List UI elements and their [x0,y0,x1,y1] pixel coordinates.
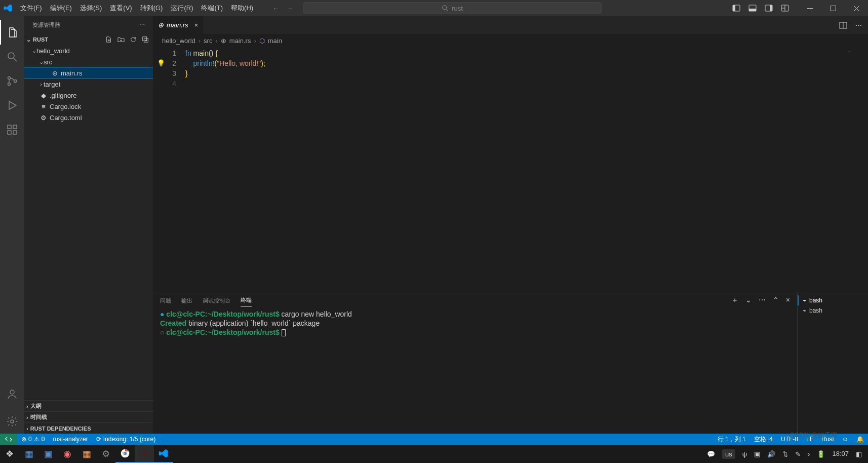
terminal-item-bash-1[interactable]: ⌁bash [798,295,863,305]
status-feedback-icon[interactable]: ☺ [838,434,852,445]
tray-network-icon[interactable]: ⇅ [782,450,788,458]
nav-forward-icon[interactable]: → [286,5,293,12]
toggle-secondary-sidebar-icon[interactable] [765,4,773,12]
code-editor[interactable]: 💡 1234 fn main() { println!("Hello, worl… [153,47,868,292]
menu-select[interactable]: 选择(S) [76,0,106,16]
menu-edit[interactable]: 编辑(E) [46,0,76,16]
terminal-item-bash-2[interactable]: ⌁bash [803,305,863,316]
taskbar-browser-icon[interactable]: ◉ [58,445,77,463]
chevron-down-icon: ⌄ [31,48,36,54]
taskbar-vscode-icon[interactable] [154,445,173,463]
file-tree: ⌄hello_world ⌄src ⊕main.rs ›target ◆.git… [24,45,153,400]
split-editor-icon[interactable] [839,21,847,29]
new-folder-icon[interactable] [117,36,125,43]
menu-help[interactable]: 帮助(H) [227,0,257,16]
editor-more-icon[interactable]: ⋯ [855,21,862,29]
minimap[interactable]: ▀▀▀ [848,47,868,292]
menu-view[interactable]: 查看(V) [106,0,136,16]
remote-indicator[interactable] [0,434,17,445]
breadcrumb-item[interactable]: main [268,37,282,45]
section-timeline[interactable]: ›时间线 [24,411,153,422]
svg-rect-20 [8,125,11,129]
editor-tab-main-rs[interactable]: ⊕ main.rs × [153,16,204,34]
status-rust-analyzer[interactable]: rust-analyzer [49,434,92,445]
close-button[interactable] [845,0,868,16]
tray-usb-icon[interactable]: ψ [742,450,747,458]
minimize-button[interactable] [798,0,821,16]
tray-edit-icon[interactable]: ✎ [795,450,801,458]
new-terminal-icon[interactable]: ＋ [731,294,738,307]
status-notifications-icon[interactable]: 🔔 [852,434,868,445]
panel-tabs: 问题 输出 调试控制台 终端 ＋ ⌄ ⋯ ⌃ × [153,292,797,308]
tray-clock[interactable]: 18:07 [832,450,849,457]
breadcrumb-item[interactable]: hello_world [162,37,195,45]
close-panel-icon[interactable]: × [786,294,790,307]
terminal-output[interactable]: ● clc@clc-PC:~/Desktop/work/rust$ cargo … [153,308,797,434]
command-center[interactable]: rust [303,2,602,14]
tray-display-icon[interactable]: ▣ [754,450,760,458]
nav-back-icon[interactable]: ← [272,5,279,12]
menu-go[interactable]: 转到(G) [136,0,167,16]
tray-chat-icon[interactable]: 💬 [707,450,715,458]
status-bar: ⊗0⚠0 rust-analyzer ⟳Indexing: 1/5 (core)… [0,434,868,445]
panel-tab-output[interactable]: 输出 [181,295,192,306]
status-errors[interactable]: ⊗0⚠0 [17,434,49,445]
activity-settings-icon[interactable] [0,409,24,434]
toggle-panel-icon[interactable] [748,4,757,12]
menu-run[interactable]: 运行(R) [167,0,197,16]
tree-label: main.rs [61,69,83,77]
status-indent[interactable]: 空格: 4 [750,434,777,445]
new-file-icon[interactable] [105,36,112,43]
menu-terminal[interactable]: 终端(T) [197,0,227,16]
activity-explorer-icon[interactable] [0,20,24,45]
sidebar-more-icon[interactable]: ⋯ [139,22,145,28]
tree-file-cargo-lock[interactable]: ≡Cargo.lock [24,101,153,112]
maximize-panel-icon[interactable]: ⌃ [773,294,779,307]
status-indexing[interactable]: ⟳Indexing: 1/5 (core) [92,434,160,445]
tray-notification-icon[interactable]: ◧ [856,450,862,458]
status-cursor-pos[interactable]: 行 1，列 1 [714,434,750,445]
breadcrumbs[interactable]: hello_world› src› ⊕main.rs› ⬡main [153,34,868,47]
activity-scm-icon[interactable] [0,69,24,93]
folder-header[interactable]: ⌄ RUST [24,34,153,45]
taskbar-files-icon[interactable]: ▦ [19,445,38,463]
panel-tab-debug[interactable]: 调试控制台 [203,295,230,306]
line-numbers: 1234 [153,47,185,292]
tree-file-gitignore[interactable]: ◆.gitignore [24,90,153,101]
taskbar-settings-icon[interactable]: ⚙ [96,445,115,463]
toggle-primary-sidebar-icon[interactable] [732,4,740,12]
vscode-logo-icon [0,4,16,13]
breadcrumb-item[interactable]: src [204,37,212,45]
taskbar-app-store-icon[interactable]: ▦ [77,445,96,463]
tray-battery-icon[interactable]: 🔋 [817,450,825,458]
activity-extensions-icon[interactable] [0,118,24,142]
activity-account-icon[interactable] [0,382,24,406]
activity-debug-icon[interactable] [0,93,24,118]
tree-folder-hello-world[interactable]: ⌄hello_world [24,45,153,56]
tree-folder-target[interactable]: ›target [24,79,153,90]
tree-file-cargo-toml[interactable]: ⚙Cargo.toml [24,112,153,123]
breadcrumb-item[interactable]: main.rs [229,37,251,45]
menu-file[interactable]: 文件(F) [16,0,46,16]
tray-more-icon[interactable]: › [808,450,810,458]
panel-tab-problems[interactable]: 问题 [160,295,171,306]
taskbar-launcher-icon[interactable]: ❖ [0,445,19,463]
terminal-dropdown-icon[interactable]: ⌄ [745,294,752,307]
collapse-all-icon[interactable] [142,36,149,43]
refresh-icon[interactable] [130,36,137,43]
taskbar-chrome-icon[interactable] [115,445,135,463]
activity-search-icon[interactable] [0,45,24,69]
tray-input-method[interactable]: us [722,449,735,459]
tray-volume-icon[interactable]: 🔊 [767,450,775,458]
maximize-button[interactable] [821,0,845,16]
section-rust-deps[interactable]: ›RUST DEPENDENCIES [24,422,153,434]
close-tab-icon[interactable]: × [194,21,199,29]
tree-folder-src[interactable]: ⌄src [24,56,153,67]
taskbar-app-1-icon[interactable]: ▣ [38,445,58,463]
section-outline[interactable]: ›大纲 [24,400,153,411]
panel-tab-terminal[interactable]: 终端 [241,294,252,306]
tree-file-main-rs[interactable]: ⊕main.rs [24,67,153,79]
panel-more-icon[interactable]: ⋯ [759,294,766,307]
customize-layout-icon[interactable] [781,4,789,12]
taskbar-terminal-icon[interactable]: ▪ [135,445,154,463]
